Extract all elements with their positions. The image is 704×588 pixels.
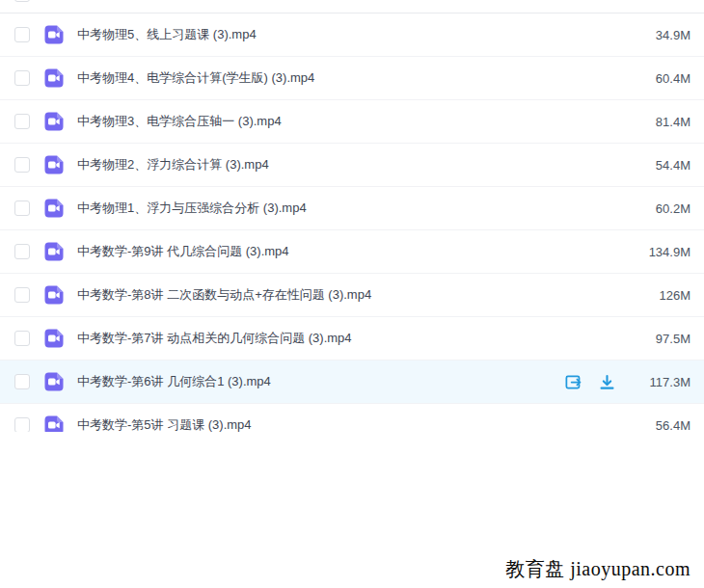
file-size: 81.4M [631,115,690,129]
download-icon[interactable] [597,372,617,392]
video-file-icon [42,67,66,90]
row-checkbox[interactable] [14,287,30,303]
file-name[interactable]: 中考物理5、线上习题课 (3).mp4 [77,26,631,43]
row-checkbox[interactable] [14,70,30,86]
column-header-size[interactable]: 大小 [631,0,690,3]
file-list-viewport: 文件名 大小 中考物理5、线上习题课 (3).mp4 [0,0,704,432]
video-file-icon [42,414,66,432]
column-header-filename[interactable]: 文件名 [43,0,631,3]
file-name[interactable]: 中考数学-第7讲 动点相关的几何综合问题 (3).mp4 [77,330,631,347]
row-checkbox[interactable] [14,200,30,216]
file-row[interactable]: 中考物理2、浮力综合计算 (3).mp4 54.4M [0,144,704,187]
list-header: 文件名 大小 [0,0,704,13]
file-row[interactable]: 中考数学-第6讲 几何综合1 (3).mp4 117.3M [0,361,704,404]
file-size: 117.3M [631,375,690,389]
row-checkbox[interactable] [14,114,30,129]
video-file-icon [42,370,66,393]
file-size: 34.9M [631,28,690,42]
file-name[interactable]: 中考数学-第5讲 习题课 (3).mp4 [77,416,631,432]
file-size: 60.2M [631,201,690,216]
watermark: 教育盘 jiaoyupan.com [505,556,690,582]
file-row[interactable]: 中考物理1、浮力与压强综合分析 (3).mp4 60.2M [0,187,704,230]
file-size: 56.4M [631,418,690,433]
file-size: 60.4M [631,71,690,86]
row-checkbox[interactable] [14,244,30,259]
file-name[interactable]: 中考数学-第9讲 代几综合问题 (3).mp4 [77,243,631,260]
file-row[interactable]: 中考数学-第8讲 二次函数与动点+存在性问题 (3).mp4 126M [0,274,704,317]
file-name[interactable]: 中考数学-第8讲 二次函数与动点+存在性问题 (3).mp4 [77,286,631,304]
save-to-drive-icon[interactable] [562,372,582,392]
video-file-icon [42,240,66,263]
row-actions [562,372,617,392]
select-all-checkbox[interactable] [14,0,30,2]
file-size: 126M [631,288,690,303]
video-file-icon [42,23,66,46]
row-checkbox[interactable] [14,331,30,346]
watermark-domain: jiaoyupan.com [570,558,690,579]
file-size: 54.4M [631,158,690,173]
file-row[interactable]: 中考数学-第9讲 代几综合问题 (3).mp4 134.9M [0,230,704,274]
file-list: 文件名 大小 中考物理5、线上习题课 (3).mp4 [0,0,704,432]
watermark-site-name: 教育盘 [505,558,565,579]
file-row[interactable]: 中考数学-第7讲 动点相关的几何综合问题 (3).mp4 97.5M [0,317,704,361]
row-checkbox[interactable] [14,374,30,389]
video-file-icon [42,327,66,350]
file-name[interactable]: 中考物理2、浮力综合计算 (3).mp4 [77,156,631,174]
video-file-icon [42,110,66,133]
row-checkbox[interactable] [14,157,30,173]
file-name[interactable]: 中考物理1、浮力与压强综合分析 (3).mp4 [77,200,631,217]
file-name[interactable]: 中考数学-第6讲 几何综合1 (3).mp4 [77,373,562,390]
file-name[interactable]: 中考物理3、电学综合压轴一 (3).mp4 [77,113,631,130]
row-checkbox[interactable] [14,27,30,42]
video-file-icon [42,153,66,176]
row-checkbox[interactable] [14,417,30,432]
file-size: 134.9M [631,245,690,259]
file-row[interactable]: 中考物理3、电学综合压轴一 (3).mp4 81.4M [0,100,704,144]
video-file-icon [42,283,66,307]
video-file-icon [42,197,66,220]
file-size: 97.5M [631,332,690,346]
file-row[interactable]: 中考数学-第5讲 习题课 (3).mp4 56.4M [0,404,704,432]
file-name[interactable]: 中考物理4、电学综合计算(学生版) (3).mp4 [77,69,631,87]
file-row[interactable]: 中考物理4、电学综合计算(学生版) (3).mp4 60.4M [0,57,704,100]
file-row[interactable]: 中考物理5、线上习题课 (3).mp4 34.9M [0,13,704,57]
